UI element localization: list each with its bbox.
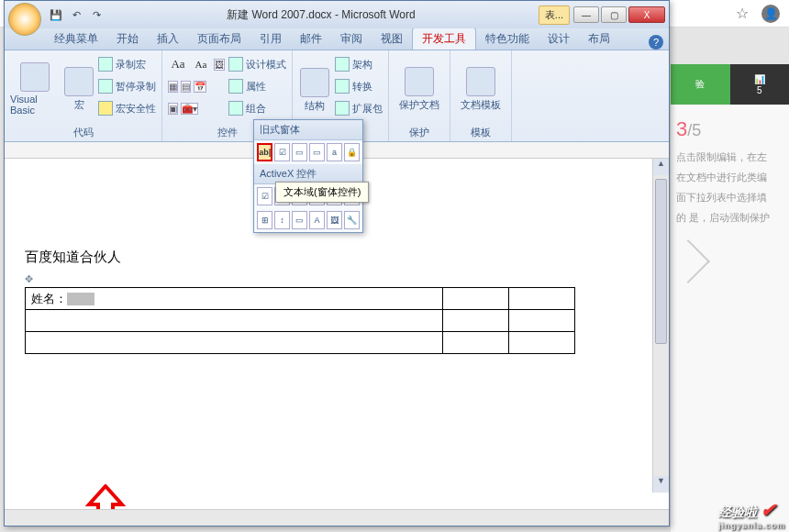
next-arrow-icon[interactable] [666, 239, 710, 283]
structure-button[interactable]: 结构 [298, 54, 331, 127]
date-control-icon[interactable]: 📅 [194, 81, 206, 93]
ax-toggle-icon[interactable]: ⊞ [257, 211, 272, 229]
step-description: 点击限制编辑，在左 在文档中进行此类编 面下拉列表中选择填 的 是，启动强制保护 [671, 141, 789, 233]
group-button[interactable]: 组合 [228, 98, 286, 118]
expansion-pack-button[interactable]: 扩展包 [335, 98, 383, 118]
contextual-tab-label: 表... [539, 6, 570, 25]
office-button[interactable] [8, 3, 41, 36]
tab-classic[interactable]: 经典菜单 [45, 28, 107, 50]
text-form-field[interactable] [67, 293, 94, 305]
ax-more-icon[interactable]: 🔧 [344, 211, 360, 229]
tab-references[interactable]: 引用 [250, 28, 291, 50]
scroll-thumb[interactable] [655, 179, 667, 344]
side-tab-experience[interactable]: 验 [671, 64, 730, 105]
shading-icon[interactable]: a [327, 143, 342, 161]
design-mode-icon [228, 57, 243, 72]
legacy-tools-icon[interactable]: 🧰▾ [181, 103, 198, 115]
checkbox-form-field-icon[interactable]: ☑ [274, 143, 290, 161]
bookmark-star-icon[interactable]: ☆ [736, 5, 749, 22]
form-table[interactable]: 姓名： [25, 287, 575, 354]
tab-view[interactable]: 视图 [372, 28, 412, 50]
macro-security-button[interactable]: 宏安全性 [98, 98, 156, 118]
properties-icon [228, 79, 243, 94]
titlebar: 💾 ↶ ↷ 新建 Word 2007.docx - Microsoft Word… [5, 1, 669, 28]
close-button[interactable]: X [628, 6, 665, 23]
reset-icon[interactable]: 🔒 [344, 143, 360, 161]
frame-icon[interactable]: ▭ [309, 143, 325, 161]
tab-layout[interactable]: 布局 [579, 28, 619, 50]
tab-special[interactable]: 特色功能 [476, 28, 539, 50]
properties-button[interactable]: 属性 [228, 76, 286, 96]
annotation-arrow-icon [85, 484, 126, 509]
shield-icon [98, 101, 113, 116]
record-icon [98, 57, 113, 72]
building-block-icon[interactable]: ▣ [168, 103, 178, 115]
horizontal-scrollbar[interactable] [5, 509, 669, 526]
pause-icon [98, 79, 113, 94]
ax-label-icon[interactable]: A [309, 211, 325, 229]
scroll-down-icon[interactable]: ▼ [653, 476, 669, 493]
save-icon[interactable]: 💾 [49, 7, 63, 22]
undo-icon[interactable]: ↶ [69, 7, 83, 22]
profile-avatar[interactable]: 👤 [761, 5, 780, 23]
table-row [26, 310, 575, 332]
ax-image-icon[interactable]: 🖼 [327, 211, 342, 229]
maximize-button[interactable]: ▢ [601, 6, 627, 23]
tab-review[interactable]: 审阅 [331, 28, 372, 50]
picture-control-icon[interactable]: 🖼 [214, 59, 225, 71]
expansion-icon [335, 101, 350, 116]
protect-document-button[interactable]: 保护文档 [394, 54, 444, 124]
transform-button[interactable]: 转换 [335, 76, 383, 96]
group-label-template: 模板 [456, 124, 506, 139]
redo-icon[interactable]: ↷ [89, 7, 104, 22]
tab-insert[interactable]: 插入 [148, 28, 188, 50]
structure-icon [300, 68, 329, 97]
bar-chart-icon: 📊 [754, 74, 765, 84]
help-icon[interactable]: ? [649, 35, 663, 50]
scroll-up-icon[interactable]: ▲ [653, 159, 669, 175]
ax-spin-icon[interactable]: ↕ [274, 211, 290, 229]
popup-header: 旧式窗体 [254, 120, 362, 140]
vertical-scrollbar[interactable]: ▲ ▼ [652, 159, 669, 493]
record-macro-button[interactable]: 录制宏 [98, 54, 156, 74]
check-icon: ✔ [761, 500, 776, 520]
group-label-protect: 保护 [394, 124, 444, 139]
quick-access-toolbar: 💾 ↶ ↷ [49, 7, 104, 22]
template-icon [466, 67, 495, 96]
table-move-handle-icon[interactable]: ✥ [25, 273, 649, 285]
name-cell[interactable]: 姓名： [26, 288, 443, 310]
step-indicator: 3/5 [671, 105, 789, 141]
dropdown-form-field-icon[interactable]: ▭ [292, 143, 307, 161]
text-form-field-icon[interactable]: ab| [257, 143, 272, 161]
table-row: 姓名： [26, 288, 575, 310]
protect-icon [405, 67, 434, 96]
tooltip: 文本域(窗体控件) [275, 182, 369, 203]
schema-button[interactable]: 架构 [335, 54, 383, 74]
tab-page-layout[interactable]: 页面布局 [188, 28, 250, 50]
group-icon [228, 101, 243, 116]
pause-recording-button[interactable]: 暂停录制 [98, 76, 156, 96]
side-tab-stats[interactable]: 📊5 [730, 64, 790, 105]
tab-mailings[interactable]: 邮件 [291, 28, 331, 50]
ribbon-tabs: 经典菜单 开始 插入 页面布局 引用 邮件 审阅 视图 开发工具 特色功能 设计… [5, 28, 669, 50]
combo-control-icon[interactable]: ▦ [168, 81, 178, 93]
ax-checkbox-icon[interactable]: ☑ [257, 187, 272, 205]
tab-design[interactable]: 设计 [539, 28, 579, 50]
visual-basic-button[interactable]: Visual Basic [10, 54, 60, 124]
doc-heading: 百度知道合伙人 [25, 249, 649, 266]
ax-scroll-icon[interactable]: ▭ [292, 211, 307, 229]
vb-icon [20, 62, 50, 92]
word-window: 💾 ↶ ↷ 新建 Word 2007.docx - Microsoft Word… [4, 0, 670, 526]
table-row [26, 332, 575, 354]
document-template-button[interactable]: 文档模板 [456, 54, 506, 124]
dropdown-control-icon[interactable]: ▤ [181, 81, 191, 93]
minimize-button[interactable]: — [573, 6, 599, 23]
rich-text-control-icon[interactable]: Aa [168, 54, 188, 74]
article-sidebar: 验 📊5 3/5 点击限制编辑，在左 在文档中进行此类编 面下拉列表中选择填 的… [670, 64, 789, 532]
watermark: 经验啦 ✔ jingyanla.com [718, 499, 785, 530]
tab-developer[interactable]: 开发工具 [412, 28, 476, 50]
plain-text-control-icon[interactable]: Aa [191, 54, 211, 74]
macros-button[interactable]: 宏 [63, 54, 94, 124]
design-mode-button[interactable]: 设计模式 [228, 54, 286, 74]
tab-home[interactable]: 开始 [107, 28, 148, 50]
